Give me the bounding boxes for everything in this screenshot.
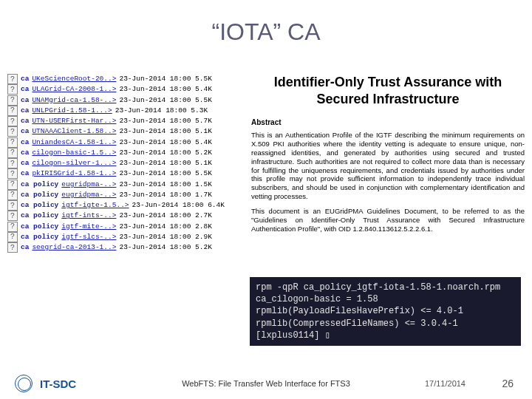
file-icon: ?	[7, 95, 18, 106]
file-row[interactable]: ?ca policyigtf-igte-1.5..> 23-Jun-2014 1…	[7, 200, 244, 211]
file-link[interactable]: pkIRISGrid-1.58-1..>	[32, 168, 116, 179]
file-icon: ?	[7, 126, 18, 137]
file-link[interactable]: UTN-USERFirst-Har..>	[32, 116, 116, 126]
file-meta: 23-Jun-2014 18:00 5.2K	[119, 242, 211, 253]
file-row[interactable]: ?ca policyigtf-slcs-..> 23-Jun-2014 18:0…	[7, 232, 244, 242]
file-meta: 23-Jun-2014 18:00 1.7K	[119, 190, 211, 200]
file-icon: ?	[7, 200, 18, 211]
file-meta: 23-Jun-2014 18:00 1.5K	[119, 180, 211, 190]
file-prefix: ca	[21, 95, 29, 106]
file-link[interactable]: cilogon-silver-1...>	[32, 158, 116, 168]
file-meta: 23-Jun-2014 18:00 5.5K	[119, 168, 211, 179]
file-prefix: ca policy	[21, 190, 58, 200]
file-link[interactable]: cilogon-basic-1.5..>	[32, 148, 116, 158]
terminal-line: [lxplus0114] ▯	[256, 330, 515, 341]
file-icon: ?	[7, 137, 18, 148]
file-icon: ?	[7, 116, 18, 126]
file-row[interactable]: ?caUTNAAAClient-1.58..> 23-Jun-2014 18:0…	[7, 126, 244, 137]
file-icon: ?	[7, 148, 18, 158]
file-link[interactable]: UNAMgrid-ca-1.58-..>	[32, 95, 116, 106]
footer-page-number: 26	[502, 378, 514, 389]
file-prefix: ca	[21, 242, 29, 253]
file-link[interactable]: UNLPGrid-1.58-1...>	[32, 106, 112, 116]
file-meta: 23-Jun-2014 18:00 5.1K	[119, 126, 211, 137]
cern-logo-icon	[15, 375, 33, 392]
file-link[interactable]: igtf-igte-1.5..>	[61, 200, 129, 211]
file-prefix: ca policy	[21, 232, 58, 242]
org-label: IT-SDC	[40, 378, 76, 390]
file-icon: ?	[7, 74, 18, 84]
file-row[interactable]: ?ca policyigtf-mite-..> 23-Jun-2014 18:0…	[7, 222, 244, 232]
abstract-label: Abstract	[251, 118, 525, 126]
file-row[interactable]: ?caULAGrid-CA-2008-1..> 23-Jun-2014 18:0…	[7, 84, 244, 95]
slide-title: “IOTA” CA	[0, 0, 532, 53]
slide-footer: IT-SDC WebFTS: File Transfer Web Interfa…	[0, 368, 532, 399]
file-row[interactable]: ?ca policyeugridpma-..> 23-Jun-2014 18:0…	[7, 190, 244, 200]
content-area: ?caUKeScienceRoot-20..> 23-Jun-2014 18:0…	[7, 74, 525, 362]
file-meta: 23-Jun-2014 18:00 5.7K	[119, 116, 211, 126]
file-row[interactable]: ?capkIRISGrid-1.58-1..> 23-Jun-2014 18:0…	[7, 168, 244, 179]
file-link[interactable]: seegrid-ca-2013-1..>	[32, 242, 116, 253]
file-listing: ?caUKeScienceRoot-20..> 23-Jun-2014 18:0…	[7, 74, 244, 253]
file-icon: ?	[7, 222, 18, 232]
file-prefix: ca policy	[21, 222, 58, 232]
file-icon: ?	[7, 106, 18, 116]
file-prefix: ca	[21, 168, 29, 179]
file-link[interactable]: UniandesCA-1.58-1..>	[32, 137, 116, 148]
terminal-output: rpm -qpR ca_policy_igtf-iota-1.58-1.noar…	[250, 277, 521, 346]
file-icon: ?	[7, 180, 18, 190]
terminal-line: ca_cilogon-basic = 1.58	[256, 293, 515, 305]
file-row[interactable]: ?caUKeScienceRoot-20..> 23-Jun-2014 18:0…	[7, 74, 244, 84]
file-link[interactable]: UKeScienceRoot-20..>	[32, 74, 116, 84]
file-prefix: ca	[21, 158, 29, 168]
file-row[interactable]: ?caUNLPGrid-1.58-1...> 23-Jun-2014 18:00…	[7, 106, 244, 116]
file-row[interactable]: ?ca policyigtf-ints-..> 23-Jun-2014 18:0…	[7, 211, 244, 221]
file-meta: 23-Jun-2014 18:00 2.8K	[119, 222, 211, 232]
file-meta: 23-Jun-2014 18:00 5.4K	[119, 137, 211, 148]
file-icon: ?	[7, 158, 18, 168]
footer-subtitle: WebFTS: File Transfer Web Interface for …	[182, 379, 350, 388]
file-link[interactable]: eugridpma-..>	[61, 180, 116, 190]
file-prefix: ca	[21, 116, 29, 126]
file-meta: 23-Jun-2014 18:00 6.4K	[132, 200, 225, 211]
file-prefix: ca	[21, 106, 29, 116]
file-link[interactable]: eugridpma-..>	[61, 190, 116, 200]
document-panel: Identifier-Only Trust Assurance with Sec…	[251, 74, 525, 239]
file-meta: 23-Jun-2014 18:00 5.1K	[119, 158, 211, 168]
file-prefix: ca policy	[21, 200, 58, 211]
file-link[interactable]: UTNAAAClient-1.58..>	[32, 126, 116, 137]
file-prefix: ca	[21, 84, 29, 95]
file-link[interactable]: igtf-slcs-..>	[61, 232, 116, 242]
file-icon: ?	[7, 190, 18, 200]
file-prefix: ca	[21, 137, 29, 148]
file-row[interactable]: ?caUNAMgrid-ca-1.58-..> 23-Jun-2014 18:0…	[7, 95, 244, 106]
file-icon: ?	[7, 84, 18, 95]
footer-date: 17/11/2014	[425, 379, 466, 388]
terminal-line: rpmlib(PayloadFilesHavePrefix) <= 4.0-1	[256, 305, 515, 317]
file-icon: ?	[7, 168, 18, 179]
file-link[interactable]: igtf-ints-..>	[61, 211, 116, 221]
file-meta: 23-Jun-2014 18:00 2.7K	[119, 211, 211, 221]
abstract-paragraph-2: This document is an EUGridPMA Guidelines…	[251, 207, 525, 233]
file-meta: 23-Jun-2014 18:00 5.3K	[115, 106, 208, 116]
file-row[interactable]: ?caUTN-USERFirst-Har..> 23-Jun-2014 18:0…	[7, 116, 244, 126]
file-link[interactable]: ULAGrid-CA-2008-1..>	[32, 84, 116, 95]
file-row[interactable]: ?cacilogon-basic-1.5..> 23-Jun-2014 18:0…	[7, 148, 244, 158]
file-row[interactable]: ?cacilogon-silver-1...> 23-Jun-2014 18:0…	[7, 158, 244, 168]
file-meta: 23-Jun-2014 18:00 5.2K	[119, 148, 211, 158]
file-meta: 23-Jun-2014 18:00 5.5K	[119, 95, 211, 106]
terminal-line: rpmlib(CompressedFileNames) <= 3.0.4-1	[256, 318, 515, 330]
file-link[interactable]: igtf-mite-..>	[61, 222, 116, 232]
document-title: Identifier-Only Trust Assurance with Sec…	[251, 74, 525, 107]
file-meta: 23-Jun-2014 18:00 5.4K	[119, 84, 211, 95]
file-prefix: ca	[21, 74, 29, 84]
file-row[interactable]: ?ca policyeugridpma-..> 23-Jun-2014 18:0…	[7, 180, 244, 190]
file-meta: 23-Jun-2014 18:00 5.5K	[119, 74, 211, 84]
abstract-paragraph-1: This is an Authentication Profile of the…	[251, 131, 525, 201]
file-row[interactable]: ?caUniandesCA-1.58-1..> 23-Jun-2014 18:0…	[7, 137, 244, 148]
file-prefix: ca	[21, 148, 29, 158]
file-row[interactable]: ?caseegrid-ca-2013-1..> 23-Jun-2014 18:0…	[7, 242, 244, 253]
file-prefix: ca policy	[21, 180, 58, 190]
file-prefix: ca	[21, 126, 29, 137]
file-prefix: ca policy	[21, 211, 58, 221]
